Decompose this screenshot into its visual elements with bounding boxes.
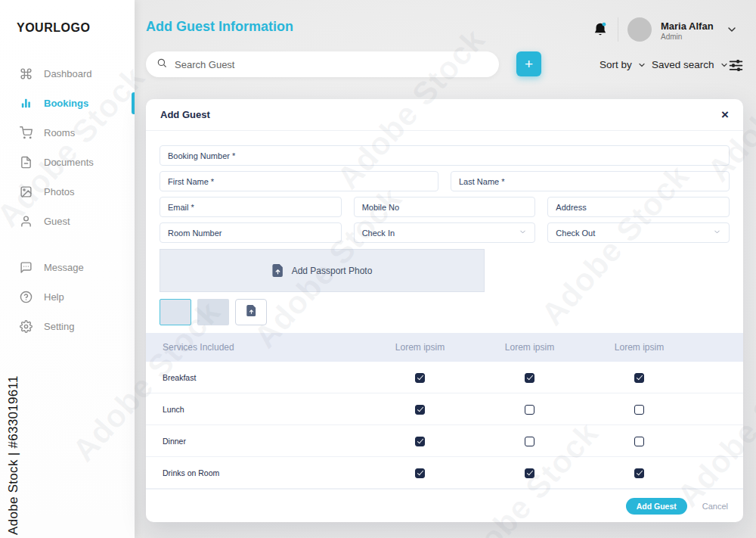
sidebar-item-label: Guest <box>44 216 70 227</box>
notification-bell-icon[interactable] <box>592 20 609 39</box>
saved-search-dropdown[interactable]: Saved search <box>652 59 729 70</box>
service-name: Drinks on Room <box>146 468 365 477</box>
column-header: Lorem ipsim <box>365 342 475 353</box>
service-checkbox[interactable] <box>634 405 644 415</box>
page-title: Add Guest Information <box>146 19 293 35</box>
message-icon <box>19 260 33 275</box>
search-input[interactable] <box>175 59 488 70</box>
photo-thumbnail[interactable] <box>197 299 229 325</box>
service-checkbox[interactable] <box>415 373 425 383</box>
service-checkbox[interactable] <box>525 405 534 415</box>
stock-watermark-vertical: Adobe Stock | #633019611 <box>6 375 21 535</box>
first-name-field[interactable]: First Name * <box>160 171 438 191</box>
service-checkbox[interactable] <box>415 437 425 446</box>
add-new-button[interactable]: + <box>516 51 541 76</box>
email-field[interactable]: Email * <box>160 197 342 217</box>
user-menu-chevron-icon[interactable] <box>726 23 738 36</box>
service-checkbox[interactable] <box>415 468 425 478</box>
sidebar-item-bookings[interactable]: Bookings <box>0 89 135 118</box>
address-field[interactable]: Address <box>547 197 730 217</box>
sidebar-item-dashboard[interactable]: Dashboard <box>0 59 135 89</box>
services-table-header: Services Included Lorem ipsim Lorem ipsi… <box>146 333 743 362</box>
add-photo-tile[interactable] <box>235 299 267 325</box>
close-icon[interactable]: × <box>721 108 729 121</box>
photo-icon <box>19 185 33 199</box>
search-icon <box>156 58 167 71</box>
sidebar-item-documents[interactable]: Documents <box>0 148 135 177</box>
user-role: Admin <box>661 33 682 41</box>
chevron-down-icon <box>713 228 721 238</box>
service-checkbox[interactable] <box>634 373 644 383</box>
user-name: Maria Alfan <box>661 20 714 32</box>
saved-search-label: Saved search <box>652 59 714 70</box>
chevron-down-icon <box>637 61 646 70</box>
services-table: Services Included Lorem ipsim Lorem ipsi… <box>146 333 743 489</box>
mobile-field[interactable]: Mobile No <box>354 197 536 217</box>
app-logo: YOURLOGO <box>17 21 90 35</box>
column-header: Lorem ipsim <box>475 342 584 353</box>
service-checkbox[interactable] <box>525 373 534 383</box>
sidebar-item-label: Dashboard <box>44 68 92 79</box>
modal-body: Booking Number * First Name * Last Name … <box>146 131 743 522</box>
check-out-label: Check Out <box>556 229 595 238</box>
search-bar <box>146 51 499 77</box>
sidebar-item-label: Message <box>44 262 84 273</box>
modal-title: Add Guest <box>160 109 210 120</box>
photo-thumbnail-selected[interactable] <box>160 299 191 325</box>
command-icon <box>19 67 33 81</box>
upload-label: Add Passport Photo <box>292 266 373 276</box>
sidebar-item-rooms[interactable]: Rooms <box>0 118 135 148</box>
nav-group-divider <box>0 236 135 253</box>
check-out-select[interactable]: Check Out <box>547 222 730 243</box>
service-checkbox[interactable] <box>525 468 534 478</box>
sidebar-item-setting[interactable]: Setting <box>0 312 135 341</box>
filter-sliders-icon[interactable] <box>728 58 744 73</box>
header-divider <box>618 17 618 42</box>
chevron-down-icon <box>720 61 729 70</box>
add-guest-submit-button[interactable]: Add Guest <box>626 498 687 515</box>
last-name-field[interactable]: Last Name * <box>451 171 730 191</box>
service-checkbox[interactable] <box>415 405 425 415</box>
cart-icon <box>19 126 33 140</box>
table-row: Breakfast <box>146 362 743 393</box>
sidebar-item-message[interactable]: Message <box>0 253 135 282</box>
sort-by-dropdown[interactable]: Sort by <box>600 59 646 70</box>
person-icon <box>19 214 33 229</box>
table-row: Dinner <box>146 425 743 457</box>
sidebar-item-label: Photos <box>44 186 74 197</box>
room-number-field[interactable]: Room Number <box>160 222 342 243</box>
table-row: Lunch <box>146 393 743 425</box>
sidebar-nav: Dashboard Bookings Rooms Documents Photo <box>0 59 135 341</box>
service-name: Breakfast <box>146 373 365 382</box>
sidebar-item-guest[interactable]: Guest <box>0 207 135 236</box>
sidebar-item-help[interactable]: Help <box>0 282 135 312</box>
modal-header: Add Guest × <box>146 99 743 131</box>
booking-number-field[interactable]: Booking Number * <box>160 145 730 166</box>
sidebar-item-label: Rooms <box>44 127 75 138</box>
sidebar-item-label: Help <box>44 291 64 303</box>
file-upload-icon <box>272 264 284 277</box>
document-icon <box>19 155 33 169</box>
service-name: Lunch <box>146 405 365 414</box>
user-avatar[interactable] <box>627 17 652 42</box>
sort-by-label: Sort by <box>600 59 632 70</box>
column-header: Lorem ipsim <box>584 342 694 353</box>
service-name: Dinner <box>146 437 365 446</box>
bar-chart-icon <box>19 96 33 110</box>
gear-icon <box>19 319 33 334</box>
column-header: Services Included <box>146 342 365 353</box>
check-in-label: Check In <box>362 229 395 238</box>
sidebar-item-label: Setting <box>44 321 74 332</box>
chevron-down-icon <box>519 228 527 238</box>
add-guest-modal: Add Guest × Booking Number * First Name … <box>146 99 743 522</box>
cancel-button[interactable]: Cancel <box>702 502 728 511</box>
service-checkbox[interactable] <box>525 437 534 446</box>
passport-photo-dropzone[interactable]: Add Passport Photo <box>160 249 485 292</box>
check-in-select[interactable]: Check In <box>354 222 536 243</box>
sidebar-item-label: Bookings <box>44 98 88 109</box>
sidebar-item-photos[interactable]: Photos <box>0 177 135 207</box>
table-row: Drinks on Room <box>146 457 743 489</box>
service-checkbox[interactable] <box>634 468 644 478</box>
service-checkbox[interactable] <box>634 437 644 446</box>
file-upload-icon <box>246 305 256 319</box>
